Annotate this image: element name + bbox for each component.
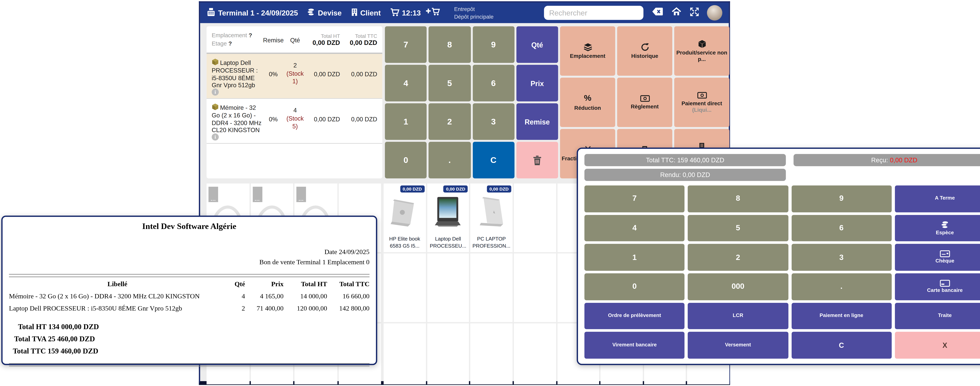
pay-key-6[interactable]: 6 — [791, 215, 891, 241]
receipt-row: Mémoire - 32 Go (2 x 16 Go) - DDR4 - 320… — [9, 292, 369, 300]
pay-method-a-terme[interactable]: A Terme — [895, 185, 980, 212]
pay-key-3[interactable]: 3 — [791, 244, 891, 271]
user-avatar[interactable] — [707, 5, 722, 21]
pay-method-paiement-en-ligne[interactable]: Paiement en ligne — [791, 303, 891, 329]
key-4[interactable]: 4 — [385, 65, 427, 102]
pay-method-lcr[interactable]: LCR — [688, 303, 788, 329]
info-icon[interactable]: i — [212, 134, 219, 140]
pay-key-4[interactable]: 4 — [584, 215, 685, 241]
pay-key-2[interactable]: 2 — [688, 244, 788, 271]
product-card-hp-elitebook[interactable]: 0,00 DZD HP Elite book 6583 G5 I5... — [383, 183, 426, 252]
cart-item-memoire[interactable]: Mémoire - 32 Go (2 x 16 Go) - DDR4 - 320… — [207, 99, 382, 144]
item-remise: 0% — [263, 70, 283, 77]
info-icon[interactable]: i — [212, 89, 219, 96]
pay-clear-button[interactable]: C — [791, 332, 891, 359]
pay-key-5[interactable]: 5 — [688, 215, 788, 241]
produit-service-button[interactable]: Produit/service non p... — [674, 26, 729, 76]
key-qty[interactable]: Qté — [516, 26, 558, 63]
client-button[interactable]: Client — [351, 8, 381, 18]
divider — [9, 363, 369, 366]
empty-product-cell — [514, 254, 556, 322]
warehouse-name: Entrepôt — [454, 5, 493, 13]
devise-button[interactable]: Devise — [307, 8, 342, 18]
pay-method-espece[interactable]: Espèce — [895, 215, 980, 241]
pay-key-9[interactable]: 9 — [791, 185, 891, 212]
search-input[interactable] — [544, 6, 643, 20]
product-card-pc-laptop[interactable]: 0,00 DZD PC LAPTOP PROFESSION... — [470, 183, 512, 252]
pay-method-versement[interactable]: Versement — [688, 332, 788, 359]
item-qty: 4 (Stock 5) — [283, 107, 307, 131]
pay-close-button[interactable]: X — [895, 332, 980, 359]
cart-time[interactable]: 12:13 — [390, 8, 421, 18]
search-box — [544, 6, 643, 20]
item-total-ht: 0,00 DZD — [307, 70, 340, 77]
pay-method-carte-bancaire[interactable]: Carte bancaire — [895, 273, 980, 300]
item-name: Mémoire - 32 Go (2 x 16 Go) - DDR4 - 320… — [212, 103, 263, 134]
key-3[interactable]: 3 — [473, 103, 514, 140]
pay-key-7[interactable]: 7 — [584, 185, 685, 212]
pay-method-cheque[interactable]: Chèque — [895, 244, 980, 271]
historique-button[interactable]: Historique — [617, 26, 672, 76]
col-qte: Qté — [226, 280, 245, 288]
key-discount[interactable]: Remise — [516, 103, 558, 140]
col-qte: Qté — [283, 36, 307, 43]
key-delete[interactable] — [516, 142, 558, 179]
pay-key-0[interactable]: 0 — [584, 273, 685, 300]
key-5[interactable]: 5 — [429, 65, 471, 102]
pay-method-ordre-prelevement[interactable]: Ordre de prélèvement — [584, 303, 685, 329]
home-button[interactable] — [672, 7, 681, 19]
key-8[interactable]: 8 — [429, 26, 471, 63]
cart-item-laptop-dell[interactable]: Laptop Dell PROCESSEUR : i5-8350U 8ÉME G… — [207, 54, 382, 99]
key-7[interactable]: 7 — [385, 26, 427, 63]
row-price: 4 165,00 — [245, 292, 283, 300]
price-badge: 0,00 DZD — [400, 185, 424, 193]
box-icon — [698, 40, 706, 48]
cart-total-ttc: Total TTC 0,00 DZD — [340, 33, 377, 46]
pay-key-000[interactable]: 000 — [688, 273, 788, 300]
price-badge: 0,00 DZD — [444, 185, 468, 193]
history-icon — [641, 43, 649, 51]
building-icon — [351, 8, 358, 18]
pay-method-traite[interactable]: Traite — [895, 303, 980, 329]
payment-change-display: Rendu: 0,00 DZD — [584, 169, 786, 181]
key-1[interactable]: 1 — [385, 103, 427, 140]
reduction-button[interactable]: % Réduction — [560, 78, 615, 127]
time-label: 12:13 — [402, 9, 421, 17]
empty-product-cell — [470, 324, 512, 384]
key-6[interactable]: 6 — [473, 65, 514, 102]
key-clear[interactable]: C — [473, 142, 514, 179]
empty-product-cell — [383, 324, 426, 384]
banknote-icon — [640, 95, 649, 102]
pay-key-8[interactable]: 8 — [688, 185, 788, 212]
key-9[interactable]: 9 — [473, 26, 514, 63]
emplacement-button[interactable]: Emplacement — [560, 26, 615, 76]
warehouse-depot: Dépôt principale — [454, 13, 493, 21]
pay-method-virement-bancaire[interactable]: Virement bancaire — [584, 332, 685, 359]
location-selector[interactable]: Emplacement ? Etage ? — [212, 31, 263, 48]
client-label: Client — [360, 9, 381, 17]
reglement-button[interactable]: Règlement — [617, 78, 672, 127]
backspace-button[interactable] — [652, 7, 663, 19]
key-2[interactable]: 2 — [429, 103, 471, 140]
etage-label: Etage — [212, 40, 227, 47]
package-icon — [212, 103, 219, 110]
pay-key-dot[interactable]: . — [791, 273, 891, 300]
price-badge: 0,00 DZD — [487, 185, 511, 193]
key-price[interactable]: Prix — [516, 65, 558, 102]
etage-value: ? — [228, 40, 232, 47]
pay-key-1[interactable]: 1 — [584, 244, 685, 271]
key-0[interactable]: 0 — [385, 142, 427, 179]
receipt-totals: Total HT 134 000,00 DZD Total TVA 25 460… — [9, 321, 369, 357]
receipt-doc: Bon de vente Terminal 1 Emplacement 0 — [9, 257, 369, 268]
laptop-image — [476, 195, 507, 228]
product-card-laptop-dell[interactable]: 0,00 DZD Laptop Dell PROCESSEU... — [427, 183, 469, 252]
add-cart-button[interactable] — [426, 7, 440, 19]
key-dot[interactable]: . — [429, 142, 471, 179]
terminal-button[interactable]: Terminal 1 - 24/09/2025 — [207, 8, 298, 18]
paiement-direct-button[interactable]: Paiement direct (Liqui... — [674, 78, 729, 127]
loading-badge: ... — [208, 187, 218, 202]
action-label: Règlement — [631, 104, 659, 110]
fullscreen-button[interactable] — [689, 7, 699, 19]
receipt-table: Libellé Qté Prix Total HT Total TTC Mémo… — [9, 280, 369, 312]
row-label: Mémoire - 32 Go (2 x 16 Go) - DDR4 - 320… — [9, 292, 226, 300]
